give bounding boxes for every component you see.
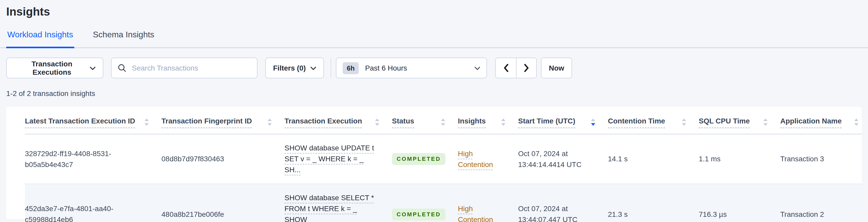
sort-icon [854, 118, 859, 126]
insight-link[interactable]: High Contention [458, 149, 493, 168]
tab-bar: Workload Insights Schema Insights [0, 30, 868, 48]
filters-button[interactable]: Filters (0) [265, 58, 324, 78]
search-box [111, 58, 257, 78]
start-time: Oct 07, 2024 at 13:44:14.4414 UTC [518, 149, 582, 168]
transaction-insights-table: Latest Transaction Execution ID Transact… [25, 107, 862, 222]
column-label: Application Name [780, 116, 842, 128]
page-title: Insights [6, 5, 862, 19]
column-label: Insights [458, 116, 486, 128]
column-header-insights[interactable]: Insights [458, 107, 518, 134]
toolbar: Transaction Executions Filters (0) 6h Pa… [6, 58, 862, 78]
filters-button-label: Filters (0) [273, 64, 306, 72]
column-header-application-name[interactable]: Application Name [780, 107, 862, 134]
tab-workload-insights[interactable]: Workload Insights [6, 30, 74, 48]
page-header: Insights [0, 0, 868, 19]
time-range-label: Past 6 Hours [365, 64, 407, 72]
latest-execution-id: 328729d2-ff19-4408-8531- b05a5b4e43c7 [25, 149, 111, 168]
sort-icon [267, 118, 272, 126]
start-time: Oct 07, 2024 at 13:44:07.447 UTC [518, 204, 578, 222]
column-label: SQL CPU Time [699, 116, 750, 128]
column-label: Transaction Execution [284, 116, 362, 128]
status-badge: COMPLETED [392, 153, 446, 165]
column-header-sql-cpu-time[interactable]: SQL CPU Time [699, 107, 780, 134]
insights-table-card: Latest Transaction Execution ID Transact… [6, 107, 862, 219]
transaction-execution-link[interactable]: SHOW database SELECT * FROM t WHERE k = … [284, 193, 374, 222]
latest-execution-id: 452da3e7-e7fa-4801-aa40- c59988d14eb6 [25, 204, 114, 222]
insights-page: Insights Workload Insights Schema Insigh… [0, 0, 868, 222]
contention-time: 14.1 s [608, 155, 628, 163]
results-summary: 1-2 of 2 transaction insights [6, 89, 862, 97]
application-name: Transaction 2 [780, 210, 824, 218]
column-header-status[interactable]: Status [392, 107, 458, 134]
column-label: Transaction Fingerprint ID [161, 116, 252, 128]
insight-type-dropdown-label: Transaction Executions [14, 60, 90, 76]
sort-icon [441, 118, 445, 126]
column-label: Start Time (UTC) [518, 116, 575, 128]
search-input[interactable] [131, 63, 251, 73]
time-pager [495, 58, 537, 78]
tab-schema-insights[interactable]: Schema Insights [92, 30, 155, 48]
sql-cpu-time: 716.3 µs [699, 210, 727, 218]
chevron-down-icon [474, 64, 480, 72]
column-header-start-time[interactable]: Start Time (UTC) [518, 107, 608, 134]
previous-time-range-button[interactable] [496, 58, 516, 78]
transaction-execution-link[interactable]: SHOW database UPDATE t SET v = _ WHERE k… [284, 144, 374, 174]
table-header-row: Latest Transaction Execution ID Transact… [25, 107, 862, 134]
sort-icon [501, 118, 506, 126]
search-icon [118, 64, 126, 72]
sql-cpu-time: 1.1 ms [699, 155, 720, 163]
application-name: Transaction 3 [780, 155, 824, 163]
next-time-range-button[interactable] [516, 58, 536, 78]
time-range-shortcut-badge: 6h [343, 62, 359, 74]
sort-icon [144, 118, 149, 126]
sort-icon [375, 118, 379, 126]
column-header-latest-transaction-execution-id[interactable]: Latest Transaction Execution ID [25, 107, 161, 134]
table-row: 452da3e7-e7fa-4801-aa40- c59988d14eb6 48… [25, 184, 862, 222]
toolbar-divider [331, 58, 331, 78]
now-button[interactable]: Now [541, 58, 572, 78]
chevron-down-icon [90, 64, 95, 72]
column-header-contention-time[interactable]: Contention Time [608, 107, 699, 134]
chevron-right-icon [524, 64, 529, 72]
column-label: Status [392, 116, 414, 128]
sort-icon [682, 118, 686, 126]
column-label: Contention Time [608, 116, 665, 128]
fingerprint-id: 08d8b7d97f830463 [161, 155, 224, 163]
column-header-transaction-execution[interactable]: Transaction Execution [284, 107, 392, 134]
sort-icon [763, 118, 768, 126]
fingerprint-id: 480a8b217be006fe [161, 210, 224, 218]
chevron-left-icon [503, 64, 508, 72]
column-label: Latest Transaction Execution ID [25, 116, 135, 128]
chevron-down-icon [310, 64, 316, 72]
insight-type-dropdown[interactable]: Transaction Executions [6, 58, 103, 78]
contention-time: 21.3 s [608, 210, 628, 218]
insight-link[interactable]: High Contention [458, 204, 493, 222]
status-badge: COMPLETED [392, 208, 446, 220]
column-header-transaction-fingerprint-id[interactable]: Transaction Fingerprint ID [161, 107, 284, 134]
table-row: 328729d2-ff19-4408-8531- b05a5b4e43c7 08… [25, 134, 862, 184]
time-range-picker[interactable]: 6h Past 6 Hours [336, 58, 487, 78]
sort-icon-descending-active [591, 118, 595, 126]
